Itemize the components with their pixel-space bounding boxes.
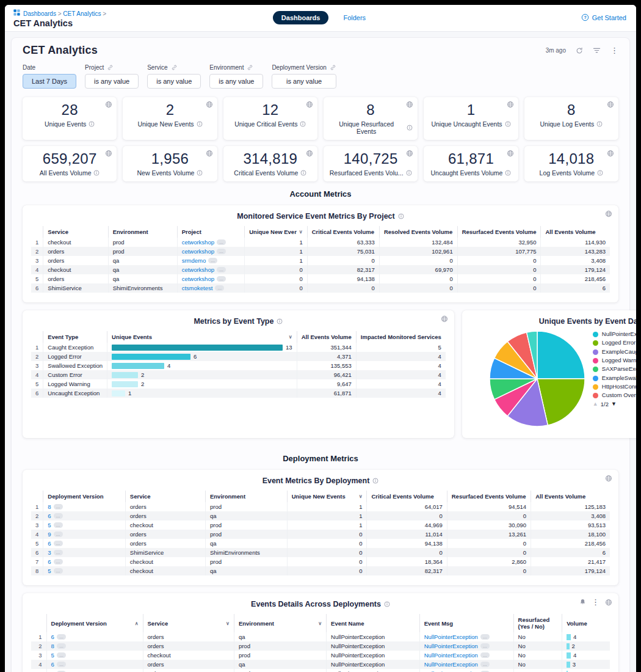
refresh-icon[interactable] (576, 47, 583, 54)
table-row[interactable]: 49…ordersprod011,01413,26118,100 (31, 530, 610, 539)
column-header-environment[interactable]: Environment (108, 226, 177, 238)
table-row[interactable]: 6Uncaught Exception161,8714 (31, 389, 446, 398)
deployment-version-link[interactable]: 8 (48, 503, 51, 510)
cell-menu-icon[interactable]: … (217, 239, 226, 245)
column-header-project[interactable]: Project (177, 226, 245, 238)
deployment-version-link[interactable]: 6 (51, 634, 54, 640)
info-icon[interactable] (277, 318, 283, 324)
filter-icon[interactable] (593, 47, 601, 54)
project-link[interactable]: ctsmoketest (182, 285, 213, 291)
globe-icon[interactable] (507, 101, 514, 108)
event-msg-link[interactable]: NullPointerException (424, 652, 478, 659)
cell-menu-icon[interactable]: … (54, 550, 63, 555)
filter-value-environment[interactable]: is any value (209, 74, 263, 89)
table-row[interactable]: 28…ordersprodNullPointerExceptionNullPoi… (31, 641, 610, 651)
column-header-event-msg[interactable]: Event Msg (419, 614, 513, 632)
cell-menu-icon[interactable]: … (480, 643, 490, 649)
column-header-all-events-volume[interactable]: All Events Volume (531, 491, 610, 502)
project-link[interactable]: cetworkshop (182, 248, 214, 255)
globe-icon[interactable] (607, 150, 614, 157)
table-row[interactable]: 5Logged Warning29,6474 (31, 379, 446, 389)
cell-menu-icon[interactable]: … (54, 522, 63, 528)
legend-item-logged-error[interactable]: Logged Error 21.43% (593, 339, 636, 346)
column-header-impacted-monitored-services[interactable]: Impacted Monitored Services (356, 331, 445, 343)
deployment-version-link[interactable]: 3 (48, 549, 51, 556)
get-started-link[interactable]: ? Get Started (581, 13, 626, 21)
event-msg-link[interactable]: NullPointerException (424, 661, 478, 668)
info-icon[interactable] (197, 170, 203, 176)
event-msg-link[interactable]: NullPointerException (424, 634, 478, 640)
info-icon[interactable] (596, 121, 603, 127)
cell-menu-icon[interactable]: … (57, 662, 66, 667)
table-row[interactable]: 2Logged Error64,3714 (31, 352, 446, 361)
tab-folders[interactable]: Folders (341, 11, 368, 24)
event-msg-link[interactable]: NullPointerException (424, 643, 478, 649)
globe-icon[interactable] (306, 150, 313, 157)
legend-item-exampleswallowedexception[interactable]: ExampleSwallowedException 7.14% (593, 374, 636, 382)
table-row[interactable]: 35…checkoutprod144,96930,09093,513 (31, 520, 610, 530)
cell-menu-icon[interactable]: … (57, 634, 66, 640)
info-icon[interactable] (597, 170, 603, 176)
legend-page-up-icon[interactable]: ▲ (593, 401, 598, 407)
tab-dashboards[interactable]: Dashboards (273, 11, 329, 24)
filter-value-service[interactable]: is any value (147, 74, 201, 89)
column-header-critical-events-volume[interactable]: Critical Events Volume (307, 226, 379, 238)
info-icon[interactable] (300, 170, 306, 176)
column-header-service[interactable]: Service (125, 491, 205, 502)
info-icon[interactable] (197, 121, 203, 127)
column-header-resurfaced[interactable]: Resurfaced(Yes / No) (513, 614, 562, 632)
column-header-deployment-version[interactable]: Deployment Version (43, 491, 126, 502)
table-row[interactable]: 26…ordersqa1003,408 (31, 511, 610, 520)
table-row[interactable]: 16…ordersqaNullPointerExceptionNullPoint… (31, 632, 610, 641)
globe-icon[interactable] (206, 101, 213, 108)
globe-icon[interactable] (406, 101, 413, 108)
breadcrumb-item-dashboards[interactable]: Dashboards (23, 10, 56, 17)
info-icon[interactable] (398, 213, 404, 219)
column-header-unique-new-events[interactable]: Unique New Events∨ (287, 491, 367, 502)
table-row[interactable]: 76…checkoutprod018,3642,86021,417 (31, 557, 610, 566)
filter-value-date[interactable]: Last 7 Days (23, 74, 76, 89)
bell-icon[interactable] (579, 599, 586, 605)
table-row[interactable]: 4checkoutqacetworkshop…082,31769,9700179… (31, 265, 610, 274)
column-header-resurfaced-events-volume[interactable]: Resurfaced Events Volume (447, 491, 531, 502)
table-row[interactable]: 5ordersqacetworkshop…094,13800218,456 (31, 274, 610, 283)
cell-menu-icon[interactable]: … (54, 531, 63, 537)
filter-value-project[interactable]: is any value (85, 74, 139, 89)
deployment-version-link[interactable]: 6 (48, 513, 51, 519)
table-row[interactable]: 85…checkoutqa082,3170179,124 (31, 566, 610, 575)
column-header-service[interactable]: Service (43, 226, 108, 238)
project-link[interactable]: cetworkshop (182, 266, 214, 273)
column-header-resolved-events-volume[interactable]: Resolved Events Volume (379, 226, 457, 238)
cell-menu-icon[interactable]: … (57, 643, 66, 649)
table-row[interactable]: 46…ordersqaNullPointerExceptionNullPoint… (31, 660, 610, 669)
kebab-menu-icon[interactable]: ⋮ (592, 598, 599, 606)
column-header-unique-new-ever[interactable]: Unique New Ever∨ (245, 226, 307, 238)
table-row[interactable]: 3ordersqasrmdemo…10003,408 (31, 256, 610, 265)
column-header-event-type[interactable]: Event Type (43, 331, 107, 343)
cell-menu-icon[interactable]: … (54, 513, 63, 519)
pie-chart[interactable] (488, 329, 587, 428)
table-row[interactable]: 35…checkoutprodNullPointerExceptionNullP… (31, 651, 610, 660)
cell-menu-icon[interactable]: … (217, 276, 226, 282)
globe-icon[interactable] (206, 150, 213, 157)
globe-icon[interactable] (105, 150, 112, 157)
table-row[interactable]: 63…ShimiServiceShimiEnvironments0006 (31, 548, 610, 557)
column-header-critical-events-volume[interactable]: Critical Events Volume (367, 491, 447, 502)
cell-menu-icon[interactable]: … (215, 285, 224, 291)
deployment-version-link[interactable]: 5 (48, 522, 51, 528)
filter-value-deployment-version[interactable]: is any value (272, 74, 336, 89)
column-header-environment[interactable]: Environment (205, 491, 287, 502)
cell-menu-icon[interactable]: … (54, 568, 63, 574)
globe-icon[interactable] (306, 101, 313, 108)
cell-menu-icon[interactable]: … (480, 662, 490, 667)
table-row[interactable]: 2ordersprodcetworkshop…175,031102,961107… (31, 247, 610, 256)
cell-menu-icon[interactable]: … (54, 559, 63, 564)
table-row[interactable]: 56…ordersqa094,1380218,456 (31, 539, 610, 548)
project-link[interactable]: cetworkshop (182, 239, 214, 246)
cell-menu-icon[interactable]: … (57, 652, 66, 658)
table-row[interactable]: 1Caught Exception13351,3445 (31, 343, 446, 352)
deployment-version-link[interactable]: 9 (48, 531, 51, 538)
project-link[interactable]: srmdemo (182, 257, 206, 264)
info-icon[interactable] (384, 601, 390, 607)
legend-item-httphostconnectexception[interactable]: HttpHostConnectException 7.14% (593, 383, 636, 390)
